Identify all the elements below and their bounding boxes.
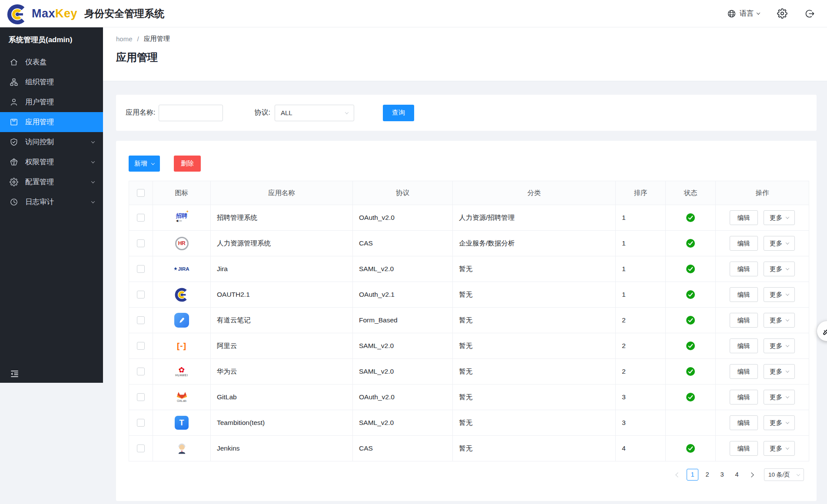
page-button-3[interactable]: 3: [716, 469, 728, 481]
app-name-cell: Teambition(test): [211, 410, 353, 436]
row-checkbox[interactable]: [137, 342, 145, 350]
breadcrumb-home[interactable]: home: [116, 35, 133, 43]
chevron-down-icon: [786, 292, 789, 295]
add-button[interactable]: 新增: [129, 156, 160, 172]
chevron-down-icon: [786, 241, 789, 244]
breadcrumb: home / 应用管理: [116, 35, 827, 43]
delete-button[interactable]: 删除: [174, 156, 201, 172]
table-row: OAUTH2.1 OAuth_v2.1 暂无 1 编辑 更多: [129, 282, 809, 308]
globe-icon: [727, 9, 736, 18]
more-button[interactable]: 更多: [764, 390, 795, 405]
outdent-icon: [10, 369, 20, 379]
table-row: ✿HUAWEI 华为云 SAML_v2.0 暂无 2 编辑 更多: [129, 359, 809, 385]
more-button[interactable]: 更多: [764, 415, 795, 430]
edit-button[interactable]: 编辑: [730, 338, 758, 353]
logout-button[interactable]: [805, 9, 815, 19]
app-name-cell: 招聘管理系统: [211, 205, 353, 231]
protocol-cell: SAML_v2.0: [353, 359, 453, 385]
select-all-checkbox[interactable]: [137, 189, 145, 197]
more-button[interactable]: 更多: [764, 441, 795, 456]
edit-button[interactable]: 编辑: [730, 287, 758, 302]
dashboard-icon: [10, 58, 18, 66]
edit-button[interactable]: 编辑: [730, 236, 758, 251]
sort-cell: 2: [616, 359, 666, 385]
search-button[interactable]: 查询: [383, 105, 414, 121]
gear-icon: [10, 178, 18, 186]
row-checkbox[interactable]: [137, 444, 145, 452]
sidebar-item-org[interactable]: 组织管理: [0, 72, 103, 92]
edit-button[interactable]: 编辑: [730, 364, 758, 379]
language-label: 语言: [740, 9, 754, 18]
more-button[interactable]: 更多: [764, 338, 795, 353]
sidebar-item-app[interactable]: 应用管理: [0, 112, 103, 132]
more-button[interactable]: 更多: [764, 313, 795, 328]
page-button-2[interactable]: 2: [701, 469, 713, 481]
row-checkbox[interactable]: [137, 239, 145, 247]
edit-button[interactable]: 编辑: [730, 262, 758, 276]
sort-cell: 1: [616, 205, 666, 231]
page-button-1[interactable]: 1: [687, 469, 698, 481]
sidebar-item-log[interactable]: 日志审计: [0, 192, 103, 212]
status-cell: [666, 410, 716, 436]
protocol-cell: CAS: [353, 231, 453, 256]
add-button-label: 新增: [134, 159, 147, 168]
more-button[interactable]: 更多: [764, 236, 795, 251]
title-panel: home / 应用管理 应用管理: [103, 27, 827, 81]
settings-button[interactable]: [777, 8, 787, 19]
row-checkbox[interactable]: [137, 265, 145, 273]
more-button[interactable]: 更多: [764, 262, 795, 276]
header-icon: 图标: [153, 181, 211, 205]
next-page-button[interactable]: [746, 469, 757, 481]
page-title: 应用管理: [116, 50, 827, 64]
more-button[interactable]: 更多: [764, 364, 795, 379]
table-row: [-] 阿里云 SAML_v2.0 暂无 2 编辑 更多: [129, 333, 809, 359]
edit-button[interactable]: 编辑: [730, 441, 758, 456]
page-button-4[interactable]: 4: [731, 469, 743, 481]
chevron-down-icon: [786, 343, 789, 347]
page-size-value: 10 条/页: [768, 471, 790, 479]
category-cell: 暂无: [453, 256, 616, 282]
page-size-select[interactable]: 10 条/页: [764, 468, 804, 481]
sort-cell: 2: [616, 333, 666, 359]
row-checkbox[interactable]: [137, 214, 145, 222]
row-checkbox[interactable]: [137, 393, 145, 401]
status-active-icon: [686, 239, 695, 246]
chevron-down-icon: [151, 161, 155, 165]
sidebar-item-access[interactable]: 访问控制: [0, 132, 103, 152]
app-name-input[interactable]: [159, 105, 223, 121]
row-checkbox[interactable]: [137, 419, 145, 427]
sidebar-item-permission[interactable]: 权限管理: [0, 152, 103, 172]
edit-button[interactable]: 编辑: [730, 415, 758, 430]
sidebar-item-label: 配置管理: [25, 177, 54, 187]
more-button[interactable]: 更多: [764, 210, 795, 225]
edit-button[interactable]: 编辑: [730, 390, 758, 405]
more-button[interactable]: 更多: [764, 287, 795, 302]
language-menu[interactable]: 语言: [727, 9, 760, 18]
sidebar-item-config[interactable]: 配置管理: [0, 172, 103, 192]
protocol-cell: SAML_v2.0: [353, 410, 453, 436]
edit-button[interactable]: 编辑: [730, 313, 758, 328]
sidebar-collapse-button[interactable]: [10, 369, 20, 379]
prev-page-button[interactable]: [672, 469, 684, 481]
protocol-cell: CAS: [353, 436, 453, 461]
edit-button[interactable]: 编辑: [730, 210, 758, 225]
status-active-icon: [686, 213, 695, 221]
app-window-icon: [10, 118, 18, 126]
status-active-icon: [686, 342, 695, 349]
row-checkbox[interactable]: [137, 291, 145, 298]
sidebar-item-dashboard[interactable]: 仪表盘: [0, 52, 103, 72]
row-checkbox[interactable]: [137, 316, 145, 324]
sidebar-item-label: 应用管理: [25, 117, 54, 127]
protocol-select[interactable]: ALL: [275, 105, 354, 121]
header-category: 分类: [453, 181, 616, 205]
chevron-down-icon: [91, 199, 95, 203]
table-row: JIRA Jira SAML_v2.0 暂无 1 编辑 更多: [129, 256, 809, 282]
table-panel: 新增 删除 图标 应用名称 协议 分类 排序 状态 操作: [116, 141, 817, 501]
sidebar-item-user[interactable]: 用户管理: [0, 92, 103, 112]
status-cell: [666, 205, 716, 231]
chevron-down-icon: [91, 159, 95, 163]
row-checkbox[interactable]: [137, 368, 145, 375]
recruit-app-icon: 招聘◄─✦: [173, 208, 190, 227]
logout-icon: [805, 9, 815, 19]
chevron-down-icon: [786, 266, 789, 270]
